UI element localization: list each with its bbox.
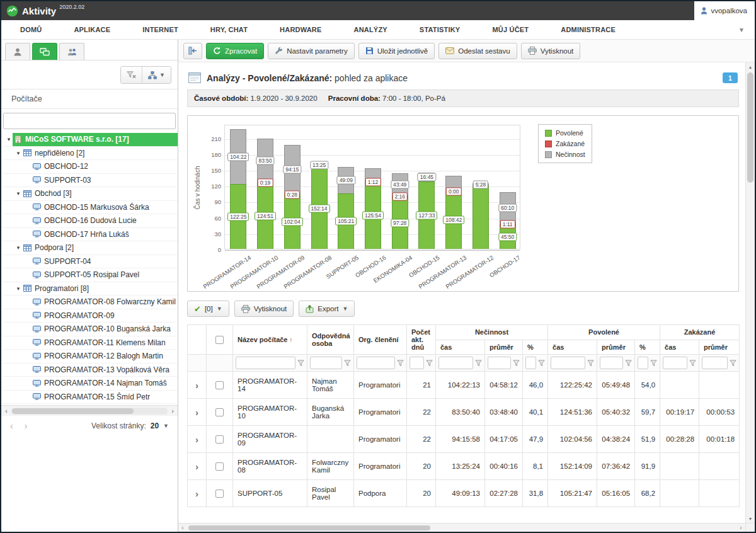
menu-item-statistiky[interactable]: STATISTIKY xyxy=(420,26,461,33)
horizontal-scrollbar-track[interactable] xyxy=(187,525,736,530)
tree-expander-icon[interactable]: ▾ xyxy=(5,136,13,142)
save-individually-button[interactable]: Uložit jednotlivě xyxy=(358,43,435,59)
table-print-button[interactable]: Vytisknout xyxy=(234,301,294,317)
scrollbar-track[interactable] xyxy=(11,408,168,415)
tree-expander-icon[interactable]: ▾ xyxy=(14,285,22,292)
horizontal-scrollbar-thumb[interactable] xyxy=(188,525,430,530)
filter-funnel-icon[interactable] xyxy=(625,360,632,367)
tree-item[interactable]: SUPPORT-04 xyxy=(3,255,178,269)
collapse-sidebar-button[interactable] xyxy=(183,43,202,59)
tree-item[interactable]: ▾nepřiděleno [2] xyxy=(3,147,178,161)
vertical-scrollbar-thumb[interactable] xyxy=(747,72,753,183)
subcolumn-header-[interactable]: % xyxy=(635,340,660,355)
tree-item[interactable]: PROGRAMATOR-14 Najman Tomáš xyxy=(3,377,178,391)
tree-view-select[interactable]: ▼ xyxy=(142,67,171,83)
tree-item[interactable]: PROGRAMATOR-10 Buganská Jarka xyxy=(3,323,178,336)
send-report-button[interactable]: Odeslat sestavu xyxy=(438,43,517,59)
print-button[interactable]: Vytisknout xyxy=(521,43,581,59)
row-expand-button[interactable]: › xyxy=(188,372,207,399)
filter-funnel-icon[interactable] xyxy=(297,360,304,367)
column-filter-input[interactable] xyxy=(236,357,295,369)
set-parameters-button[interactable]: Nastavit parametry xyxy=(268,43,355,59)
filter-funnel-icon[interactable] xyxy=(689,360,696,367)
subcolumn-header-as[interactable]: čas xyxy=(436,340,485,355)
selection-menu-button[interactable]: ✔[0]▼ xyxy=(187,301,229,317)
tree-expander-icon[interactable]: ▾ xyxy=(14,150,22,156)
tree-item[interactable]: OBCHOD-12 xyxy=(3,160,178,174)
tab-computers[interactable] xyxy=(32,43,57,60)
menu-item-anal-zy[interactable]: ANALÝZY xyxy=(354,26,387,33)
column-filter-input[interactable] xyxy=(663,357,687,369)
column-filter-input[interactable] xyxy=(357,357,395,369)
subcolumn-header-pr-m-r[interactable]: průměr xyxy=(699,340,740,355)
menu-item-internet[interactable]: INTERNET xyxy=(142,26,178,33)
horizontal-scrollbar[interactable]: ‹ › xyxy=(178,523,745,532)
subcolumn-header-pr-m-r[interactable]: průměr xyxy=(597,340,635,355)
filter-funnel-icon[interactable] xyxy=(426,360,433,367)
tree-item[interactable]: OBCHOD-15 Markusová Šárka xyxy=(3,201,178,215)
subcolumn-header-as[interactable]: čas xyxy=(660,340,699,355)
menu-item-administrace[interactable]: ADMINISTRACE xyxy=(561,26,616,33)
menu-item-dom[interactable]: DOMŮ xyxy=(20,26,42,33)
filter-funnel-icon[interactable] xyxy=(538,360,545,367)
scroll-left-icon[interactable]: ‹ xyxy=(178,524,187,531)
page-size-caret-icon[interactable]: ▼ xyxy=(163,423,169,429)
column-filter-input[interactable] xyxy=(638,357,648,369)
column-filter-input[interactable] xyxy=(525,357,536,369)
clear-filter-button[interactable] xyxy=(121,67,142,83)
bar-segment-povolen[interactable] xyxy=(472,186,489,249)
row-expand-button[interactable]: › xyxy=(188,453,207,480)
scroll-up-icon[interactable]: ▲ xyxy=(746,62,755,71)
menu-item-hardware[interactable]: HARDWARE xyxy=(280,26,321,33)
comments-button[interactable]: 1 xyxy=(723,72,738,83)
tree-item[interactable]: PROGRAMATOR-08 Folwarczny Kamil xyxy=(3,295,178,309)
export-button[interactable]: Export▼ xyxy=(299,301,355,317)
filter-funnel-icon[interactable] xyxy=(587,360,594,367)
tree-item[interactable]: ▾MiCoS SOFTWARE s.r.o. [17] xyxy=(3,133,178,147)
tree-item[interactable]: PROGRAMATOR-15 Šmíd Petr xyxy=(3,391,178,404)
scroll-right-icon[interactable]: › xyxy=(736,524,745,531)
tree-item[interactable]: SUPPORT-03 xyxy=(3,174,178,188)
tree-item[interactable]: ▾Podpora [2] xyxy=(3,241,178,255)
column-filter-input[interactable] xyxy=(488,357,511,369)
page-size-value[interactable]: 20 xyxy=(151,421,159,430)
next-page-button[interactable]: › xyxy=(25,421,28,431)
scroll-right-icon[interactable]: › xyxy=(168,407,178,415)
row-expand-button[interactable]: › xyxy=(188,426,207,453)
vertical-scrollbar[interactable]: ▲ ▼ xyxy=(745,62,755,523)
tree-item[interactable]: PROGRAMATOR-11 Klemens Milan xyxy=(3,336,178,350)
filter-funnel-icon[interactable] xyxy=(475,360,482,367)
scroll-left-icon[interactable]: ‹ xyxy=(1,407,11,415)
subcolumn-header-[interactable]: % xyxy=(523,340,548,355)
column-header-org-len-n[interactable]: Org. členění xyxy=(354,325,407,355)
scrollbar-thumb[interactable] xyxy=(12,408,134,414)
scroll-down-icon[interactable]: ▼ xyxy=(746,514,755,523)
row-checkbox[interactable] xyxy=(215,408,224,416)
tree-expander-icon[interactable]: ▾ xyxy=(14,190,22,197)
column-filter-input[interactable] xyxy=(551,357,585,369)
tree-item[interactable]: PROGRAMATOR-12 Balogh Martin xyxy=(3,350,178,364)
tab-employees[interactable] xyxy=(5,43,30,60)
computers-search-input[interactable] xyxy=(3,113,176,129)
user-menu-button[interactable]: vvopalkova xyxy=(694,1,755,20)
row-checkbox[interactable] xyxy=(215,490,224,498)
filter-funnel-icon[interactable] xyxy=(344,360,351,367)
column-filter-input[interactable] xyxy=(702,357,728,369)
filter-funnel-icon[interactable] xyxy=(650,360,657,367)
tree-item[interactable]: SUPPORT-05 Rosipal Pavel xyxy=(3,268,178,282)
prev-page-button[interactable]: ‹ xyxy=(10,421,13,431)
column-filter-input[interactable] xyxy=(410,357,424,369)
process-button[interactable]: Zpracovat xyxy=(206,43,264,59)
tree-expander-icon[interactable]: ▾ xyxy=(14,244,22,251)
select-all-checkbox[interactable] xyxy=(215,336,224,344)
menu-item-hry-chat[interactable]: HRY, CHAT xyxy=(210,26,248,33)
menu-item-m-j-et[interactable]: MŮJ ÚČET xyxy=(492,26,529,33)
subcolumn-header-as[interactable]: čas xyxy=(548,340,597,355)
tree-item[interactable]: OBCHOD-17 Hrňa Lukáš xyxy=(3,228,178,242)
column-header-odpov-dn-osoba[interactable]: Odpovědná osoba xyxy=(307,325,354,355)
filter-funnel-icon[interactable] xyxy=(730,360,736,367)
filter-funnel-icon[interactable] xyxy=(513,360,520,367)
menu-chevron-down-icon[interactable]: ▼ xyxy=(738,26,745,33)
column-filter-input[interactable] xyxy=(600,357,623,369)
column-header-n-zev-po-ta-e[interactable]: Název počítače ↑ xyxy=(233,325,307,355)
